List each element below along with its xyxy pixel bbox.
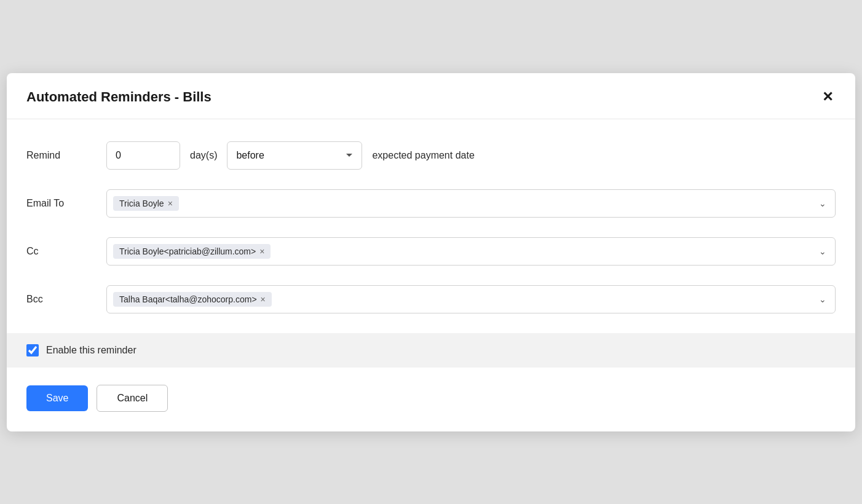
automated-reminders-modal: Automated Reminders - Bills ✕ Remind day… [7,73,855,431]
enable-reminder-checkbox[interactable] [26,344,39,356]
cc-dropdown[interactable]: Tricia Boyle<patriciab@zillum.com> × ⌄ [106,237,836,266]
bcc-tag-0: Talha Baqar<talha@zohocorp.com> × [113,292,272,307]
cc-tag-0: Tricia Boyle<patriciab@zillum.com> × [113,244,271,259]
cc-label: Cc [26,246,106,257]
bcc-chevron-icon: ⌄ [819,294,826,304]
cc-row: Cc Tricia Boyle<patriciab@zillum.com> × … [26,237,836,266]
modal-body: Remind day(s) before after on expected p… [7,119,855,333]
modal-title: Automated Reminders - Bills [26,89,212,105]
remind-timing-select[interactable]: before after on [227,141,362,170]
bcc-label: Bcc [26,294,106,305]
save-button[interactable]: Save [26,385,88,411]
email-to-label: Email To [26,198,106,209]
remind-row: Remind day(s) before after on expected p… [26,141,836,170]
cc-chevron-icon: ⌄ [819,246,826,256]
email-to-tag-0: Tricia Boyle × [113,196,179,211]
remind-controls: day(s) before after on expected payment … [106,141,836,170]
enable-reminder-section: Enable this reminder [7,333,855,368]
email-to-row: Email To Tricia Boyle × ⌄ [26,189,836,218]
modal-actions: Save Cancel [7,368,855,431]
bcc-dropdown[interactable]: Talha Baqar<talha@zohocorp.com> × ⌄ [106,285,836,313]
modal-header: Automated Reminders - Bills ✕ [7,73,855,119]
email-to-chevron-icon: ⌄ [819,199,826,208]
bcc-tag-0-text: Talha Baqar<talha@zohocorp.com> [119,294,257,304]
close-button[interactable]: ✕ [820,88,836,106]
email-to-dropdown[interactable]: Tricia Boyle × ⌄ [106,189,836,218]
remind-label: Remind [26,150,106,161]
days-label: day(s) [190,150,217,161]
expected-payment-label: expected payment date [372,150,474,161]
remind-days-input[interactable] [106,141,180,170]
bcc-row: Bcc Talha Baqar<talha@zohocorp.com> × ⌄ [26,285,836,313]
cc-tag-0-text: Tricia Boyle<patriciab@zillum.com> [119,246,256,256]
bcc-tag-0-remove[interactable]: × [261,295,266,304]
enable-reminder-label[interactable]: Enable this reminder [46,345,136,356]
email-to-tag-0-text: Tricia Boyle [119,199,164,208]
cancel-button[interactable]: Cancel [97,385,168,412]
email-to-tag-0-remove[interactable]: × [168,199,173,208]
cc-tag-0-remove[interactable]: × [259,247,264,256]
